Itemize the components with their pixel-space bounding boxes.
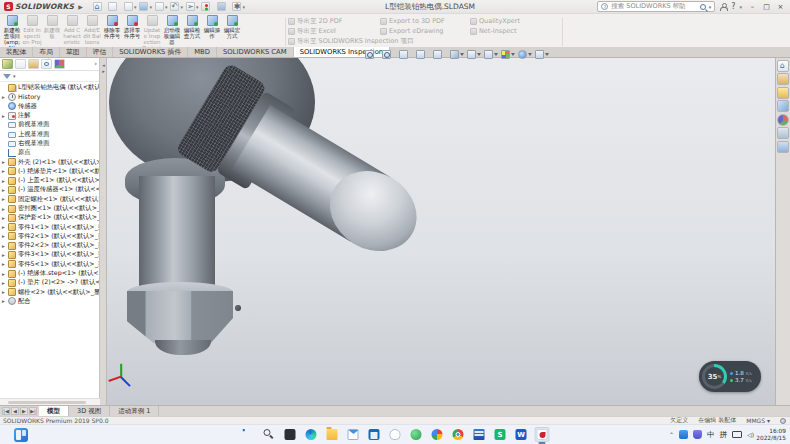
taskbar-app[interactable] [325, 427, 340, 442]
minimize-button[interactable]: – [746, 1, 759, 12]
apply-scene-icon[interactable] [518, 50, 527, 59]
splitter-arrows-icon[interactable]: ◂▸ [101, 62, 107, 74]
tree-item[interactable]: ▸ 零件3<1> (默认<<默认>_显示状态 [0, 250, 99, 259]
tree-item[interactable]: ▸ (-) 垫片 (2)<2> ->? (默认<<默认 [0, 278, 99, 287]
tree-item[interactable]: ▸ (-) 绝缘垫片<1> (默认<<默认>_显 [0, 167, 99, 176]
rebuild-icon[interactable] [201, 2, 210, 11]
ribbon-button[interactable]: 选择零件序号 [123, 15, 142, 39]
tree-item[interactable]: ▸ (-) 绝缘体.step<1> (默认<<默认 [0, 269, 99, 278]
resources-icon[interactable] [777, 60, 789, 72]
tray-chevron-icon[interactable]: ⌃ [669, 431, 674, 438]
search-input[interactable]: 搜索 SOLIDWORKS 帮助 [611, 2, 696, 11]
tree-item[interactable]: ▸ (-) 温度传感器<1> (默认<<默认>_ [0, 185, 99, 194]
tray-netdisk-icon[interactable] [679, 430, 688, 439]
export-menu-item[interactable]: Export eDrawing [380, 26, 470, 36]
export-menu-item[interactable]: Net-Inspect [470, 26, 550, 36]
cast-display-icon[interactable] [732, 431, 742, 438]
tree-item[interactable]: ▸ 配合 [0, 297, 99, 306]
export-menu-item[interactable]: 导出至 SOLIDWORKS Inspection 项目 [288, 36, 448, 46]
tree-item[interactable]: ▸ 密封圈<1> (默认<<默认>_显示状 [0, 204, 99, 213]
solidworks-logo[interactable]: S SOLIDWORKS ▶ [0, 2, 87, 11]
taskbar-app[interactable] [409, 427, 424, 442]
custom-properties-icon[interactable] [777, 127, 789, 139]
ribbon-button[interactable]: Add Characteristic [63, 15, 82, 45]
file-explorer-icon[interactable] [777, 87, 789, 99]
document-tab[interactable]: 运动算例 1 [110, 406, 159, 416]
panel-splitter[interactable]: ◂▸ [100, 58, 107, 405]
taskbar-clock[interactable]: 16:09 2022/8/15 [756, 428, 786, 442]
tab-nav-arrow-icon[interactable]: ◀ [11, 407, 19, 415]
dropdown-caret-icon[interactable] [477, 53, 481, 56]
undo-icon[interactable]: ↶ [170, 2, 179, 11]
open-icon[interactable] [124, 2, 133, 11]
tree-item[interactable]: 右视基准面 [0, 139, 99, 148]
tree-item[interactable]: ▸ 保护套<1> (默认<<默认>_显示状 [0, 213, 99, 222]
taskbar-app[interactable] [535, 427, 550, 442]
display-style-icon[interactable] [467, 50, 476, 59]
configurationmanager-tab[interactable] [28, 59, 39, 69]
featuremanager-tab[interactable] [2, 59, 13, 69]
section-view-icon[interactable] [416, 50, 425, 59]
status-units[interactable]: MMGS ▾ [746, 417, 770, 424]
panel-tabs-overflow-icon[interactable]: › [94, 60, 97, 68]
ribbon-button[interactable]: 移除零件序号 [103, 15, 122, 39]
annotation-views-icon[interactable] [433, 50, 442, 59]
tree-item[interactable]: ▸ 螺栓<2> (默认<<默认>_显示状态 [0, 288, 99, 297]
tree-item[interactable]: ▸ 固定螺栓<1> (默认<<默认>_显示 [0, 195, 99, 204]
zoom-fit-icon[interactable] [365, 50, 374, 59]
search-caret-icon[interactable]: ▾ [709, 4, 712, 10]
ime-type-indicator[interactable]: 拼 [720, 430, 728, 440]
tree-item[interactable]: ▸ 外壳 (2)<1> (默认<<默认>_显示状 [0, 157, 99, 166]
filter-icon[interactable] [3, 74, 11, 79]
home-icon[interactable]: ⌂ [93, 2, 102, 11]
help-caret-icon[interactable]: ▾ [739, 4, 742, 10]
ribbon-button[interactable]: 新建检查项目(amp;N) [3, 15, 22, 51]
ribbon-button[interactable]: 启动模板编辑器 [163, 15, 182, 45]
export-menu-item[interactable]: QualityXpert [470, 16, 550, 26]
status-globe-icon[interactable] [780, 418, 786, 424]
model-bottom-stub[interactable] [155, 340, 211, 355]
model-nut-hole[interactable] [235, 305, 241, 311]
taskbar-app[interactable] [388, 427, 403, 442]
ribbon-tab[interactable]: SOLIDWORKS 插件 [113, 47, 188, 57]
taskbar-app[interactable] [346, 427, 361, 442]
ribbon-button[interactable]: 编辑宏方式 [223, 15, 242, 39]
filter-caret-icon[interactable]: ▾ [13, 73, 16, 79]
tree-item[interactable]: ▸ 注解 [0, 111, 99, 120]
dropdown-caret-icon[interactable]: ▾ [134, 4, 137, 10]
taskbar-app[interactable] [472, 427, 487, 442]
tree-item[interactable]: ▸ 零件2<2> (默认<<默认>_显示状态 [0, 241, 99, 250]
widgets-icon[interactable] [14, 428, 28, 442]
taskbar-app[interactable]: W [514, 427, 529, 442]
tree-item[interactable]: L型铠装铂热电偶 (默认<默认_显示状态-1 [0, 83, 99, 92]
tree-item[interactable]: ▸ 零件2<1> (默认<<默认>_显示状态 [0, 232, 99, 241]
view-settings-icon[interactable] [535, 50, 544, 59]
tab-nav-arrow-icon[interactable]: ▶| [29, 407, 37, 415]
print-icon[interactable] [155, 2, 164, 11]
dropdown-caret-icon[interactable] [545, 53, 549, 56]
ribbon-button[interactable]: 新建模板 [43, 15, 62, 39]
forum-icon[interactable] [777, 141, 789, 153]
tree-item[interactable]: 传感器 [0, 102, 99, 111]
dropdown-caret-icon[interactable] [460, 53, 464, 56]
tab-nav-arrow-icon[interactable]: ▶ [20, 407, 28, 415]
view-palette-icon[interactable] [777, 100, 789, 112]
taskbar-app[interactable] [430, 427, 445, 442]
tree-item[interactable]: 前视基准面 [0, 120, 99, 129]
help-button[interactable]: ? [731, 2, 735, 11]
taskbar-app[interactable] [283, 427, 298, 442]
volume-icon[interactable]: ◁) [747, 431, 754, 438]
ribbon-button[interactable]: Add/Edit Balloons [83, 15, 102, 45]
ribbon-button[interactable]: 编辑检查方式 [183, 15, 202, 39]
dropdown-caret-icon[interactable]: ▾ [165, 4, 168, 10]
zoom-area-icon[interactable] [382, 50, 391, 59]
tray-security-icon[interactable] [693, 430, 702, 439]
ribbon-button[interactable]: Edit Inspection Project [23, 15, 42, 51]
tree-horizontal-scrollbar[interactable] [0, 398, 100, 405]
taskbar-app[interactable] [304, 427, 319, 442]
edit-appearance-icon[interactable] [501, 50, 510, 59]
search-icon[interactable] [700, 4, 706, 10]
graphics-viewport[interactable]: 35% 1.8K/s 3.7K/s [107, 58, 775, 405]
taskbar-app[interactable] [262, 427, 277, 442]
dropdown-caret-icon[interactable]: ▾ [149, 4, 152, 10]
